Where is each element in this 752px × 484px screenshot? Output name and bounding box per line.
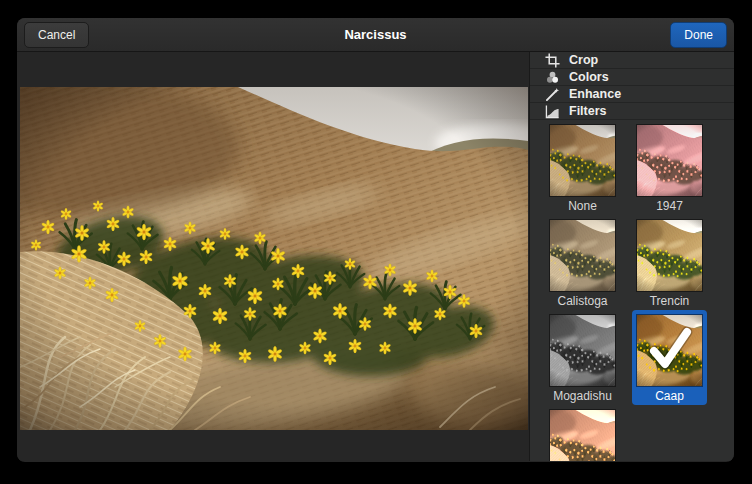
tool-crop[interactable]: Crop bbox=[530, 52, 734, 68]
selected-check-icon bbox=[637, 315, 702, 386]
photos-edit-window: Cancel Narcissus Done Crop bbox=[17, 18, 734, 462]
filter-thumbnail bbox=[550, 220, 615, 291]
filter-thumbnail bbox=[550, 315, 615, 386]
page-title: Narcissus bbox=[17, 27, 734, 42]
crop-icon bbox=[544, 52, 560, 68]
filter-label: Caap bbox=[632, 389, 707, 403]
cancel-button[interactable]: Cancel bbox=[24, 22, 89, 48]
header-bar: Cancel Narcissus Done bbox=[17, 18, 734, 52]
filter-label: Trencin bbox=[632, 294, 707, 308]
tool-crop-label: Crop bbox=[569, 53, 598, 67]
done-button[interactable]: Done bbox=[670, 22, 727, 48]
filter-thumbnail bbox=[550, 410, 615, 461]
filter-tile-mogadishu[interactable]: Mogadishu bbox=[545, 310, 620, 405]
tool-filters[interactable]: Filters bbox=[530, 102, 734, 119]
tool-colors[interactable]: Colors bbox=[530, 68, 734, 85]
filter-tile-partial[interactable] bbox=[545, 405, 620, 461]
photo-canvas-area bbox=[17, 52, 530, 461]
enhance-icon bbox=[544, 86, 560, 102]
filters-icon bbox=[544, 103, 560, 119]
colors-icon bbox=[544, 69, 560, 85]
edit-sidebar: Crop Colors bbox=[530, 52, 734, 461]
filter-label: Calistoga bbox=[545, 294, 620, 308]
tool-enhance-label: Enhance bbox=[569, 87, 621, 101]
filter-tile-none[interactable]: None bbox=[545, 120, 620, 215]
content-area: Crop Colors bbox=[17, 52, 734, 461]
filter-label: 1947 bbox=[632, 199, 707, 213]
filter-thumbnail bbox=[550, 125, 615, 196]
filter-tile-caap[interactable]: Caap bbox=[632, 310, 707, 405]
filter-tile-trencin[interactable]: Trencin bbox=[632, 215, 707, 310]
tool-filters-label: Filters bbox=[569, 104, 607, 118]
filter-tile-1947[interactable]: 1947 bbox=[632, 120, 707, 215]
filter-thumbnail bbox=[637, 315, 702, 386]
filter-thumbnail bbox=[637, 220, 702, 291]
photo-canvas bbox=[20, 87, 528, 430]
filter-tile-calistoga[interactable]: Calistoga bbox=[545, 215, 620, 310]
tool-colors-label: Colors bbox=[569, 70, 609, 84]
filter-label: Mogadishu bbox=[545, 389, 620, 403]
filters-grid: None 1947 Calistoga bbox=[530, 119, 734, 461]
filter-thumbnail bbox=[637, 125, 702, 196]
filter-label: None bbox=[545, 199, 620, 213]
tool-enhance[interactable]: Enhance bbox=[530, 85, 734, 102]
